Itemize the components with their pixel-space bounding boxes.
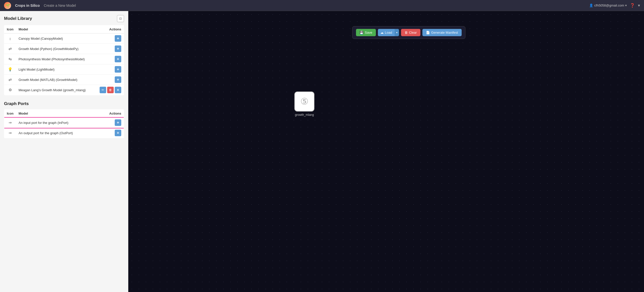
model-name: Light Model (LightModel): [16, 64, 97, 75]
model-col-actions: Actions: [97, 25, 124, 33]
add-model-button[interactable]: +: [115, 45, 121, 52]
page-title: Create a New Model: [44, 4, 76, 8]
model-name: Photosynthesis Model (PhotosynthesisMode…: [16, 54, 97, 64]
model-icon: ⚙: [4, 85, 16, 95]
model-icon: ↕: [4, 33, 16, 44]
canvas-toolbar: 💾 Save ☁ Load ▾ 🗑 Clear 📄 Generate Manif…: [352, 26, 465, 39]
model-row: ⇄ Growth Model (MATLAB) (GrowthModel) +: [4, 75, 124, 85]
app-logo: 🌱: [4, 2, 11, 9]
model-library-header: Model Library ⊡: [4, 15, 124, 22]
add-model-button[interactable]: +: [115, 56, 121, 62]
generate-manifest-button[interactable]: 📄 Generate Manifest: [422, 29, 462, 36]
model-row: ⇄ Growth Model (Python) (GrowthModelPy) …: [4, 44, 124, 54]
sidebar: Model Library ⊡ Icon Model Actions ↕ Can…: [0, 11, 128, 292]
add-model-button[interactable]: +: [115, 87, 121, 93]
user-email: 👤 cfh5058@gmail.com ▾: [589, 4, 627, 7]
canvas-node-growth-mlang[interactable]: ⑤ growth_mlang: [294, 91, 314, 117]
model-row: 💡 Light Model (LightModel) +: [4, 64, 124, 75]
port-col-actions: Actions: [101, 110, 124, 118]
node-symbol: ⑤: [300, 96, 308, 107]
port-icon: ⇒: [4, 128, 16, 138]
clear-button[interactable]: 🗑 Clear: [401, 29, 420, 36]
model-col-model: Model: [16, 25, 97, 33]
model-actions: +: [97, 33, 124, 44]
model-name: Meagan Lang's Growth Model (growth_mlang…: [16, 85, 97, 95]
model-library-table: Icon Model Actions ↕ Canopy Model (Canop…: [4, 25, 124, 95]
load-button[interactable]: ☁ Load: [378, 29, 395, 36]
load-dropdown-button[interactable]: ▾: [395, 29, 399, 36]
add-model-button[interactable]: +: [115, 35, 121, 42]
collapse-button[interactable]: ⊡: [117, 15, 124, 22]
model-name: Growth Model (Python) (GrowthModelPy): [16, 44, 97, 54]
app-brand: Crops in Silico: [15, 4, 40, 8]
node-label: growth_mlang: [295, 113, 314, 117]
manifest-icon: 📄: [426, 31, 430, 34]
model-name: Canopy Model (CanopyModel): [16, 33, 97, 44]
canvas-area: 💾 Save ☁ Load ▾ 🗑 Clear 📄 Generate Manif…: [128, 11, 644, 292]
model-actions: +: [97, 44, 124, 54]
port-row: ⇒ An input port for the graph (InPort) +: [4, 118, 124, 128]
settings-icon[interactable]: ▾: [638, 3, 640, 8]
port-col-icon: Icon: [4, 110, 16, 118]
save-icon: 💾: [359, 31, 364, 34]
port-row: ⇒ An output port for the graph (OutPort)…: [4, 128, 124, 138]
port-name: An output port for the graph (OutPort): [16, 128, 101, 138]
load-button-group: ☁ Load ▾: [378, 29, 399, 36]
model-actions: +: [97, 64, 124, 75]
graph-ports-table: Icon Model Actions ⇒ An input port for t…: [4, 109, 124, 138]
model-row: ⇆ Photosynthesis Model (PhotosynthesisMo…: [4, 54, 124, 64]
add-port-button[interactable]: +: [115, 119, 121, 126]
help-icon[interactable]: ❓: [630, 3, 635, 8]
user-dropdown-icon[interactable]: ▾: [625, 4, 627, 7]
load-icon: ☁: [380, 31, 384, 34]
port-icon: ⇒: [4, 118, 16, 128]
port-actions: +: [101, 118, 124, 128]
delete-button[interactable]: 🗑: [107, 87, 114, 93]
navbar-right: 👤 cfh5058@gmail.com ▾ ❓ ▾: [589, 3, 640, 8]
add-model-button[interactable]: +: [115, 76, 121, 83]
model-icon: 💡: [4, 64, 16, 75]
port-col-model: Model: [16, 110, 101, 118]
model-name: Growth Model (MATLAB) (GrowthModel): [16, 75, 97, 85]
user-icon: 👤: [589, 4, 593, 7]
port-name: An input port for the graph (InPort): [16, 118, 101, 128]
model-actions: ✏ 🗑 +: [97, 85, 124, 95]
node-box: ⑤: [294, 91, 314, 112]
graph-ports-header: Graph Ports: [4, 101, 124, 106]
model-library-title: Model Library: [4, 16, 32, 21]
save-button[interactable]: 💾 Save: [356, 29, 376, 36]
main-layout: Model Library ⊡ Icon Model Actions ↕ Can…: [0, 11, 644, 292]
add-model-button[interactable]: +: [115, 66, 121, 73]
model-icon: ⇆: [4, 54, 16, 64]
user-email-text: cfh5058@gmail.com: [594, 4, 624, 7]
model-actions: +: [97, 75, 124, 85]
model-icon: ⇄: [4, 75, 16, 85]
clear-icon: 🗑: [405, 31, 408, 34]
navbar: 🌱 Crops in Silico Create a New Model 👤 c…: [0, 0, 644, 11]
edit-button[interactable]: ✏: [100, 87, 106, 93]
model-actions: +: [97, 54, 124, 64]
model-row: ⚙ Meagan Lang's Growth Model (growth_mla…: [4, 85, 124, 95]
model-row: ↕ Canopy Model (CanopyModel) +: [4, 33, 124, 44]
graph-ports-title: Graph Ports: [4, 101, 29, 106]
model-col-icon: Icon: [4, 25, 16, 33]
port-actions: +: [101, 128, 124, 138]
model-icon: ⇄: [4, 44, 16, 54]
add-port-button[interactable]: +: [115, 130, 121, 136]
